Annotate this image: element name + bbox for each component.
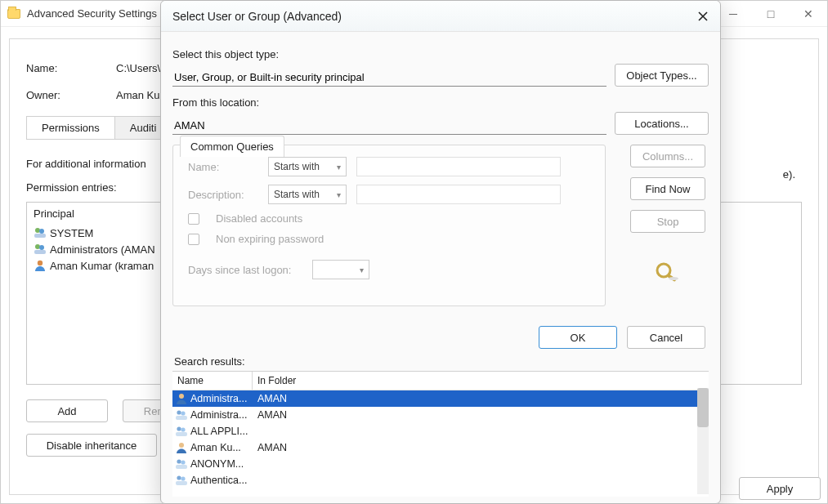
result-name: Aman Ku...: [190, 442, 254, 453]
svg-point-6: [38, 261, 43, 265]
principal-name: Administrators (AMAN: [50, 243, 155, 256]
svg-point-14: [177, 426, 181, 430]
object-type-field[interactable]: [172, 69, 606, 87]
result-name: Administra...: [190, 393, 254, 404]
table-row[interactable]: Administra... AMAN: [172, 407, 709, 423]
svg-rect-16: [176, 432, 187, 436]
svg-rect-23: [176, 481, 187, 485]
table-row[interactable]: Authentica...: [172, 472, 709, 488]
tab-permissions[interactable]: Permissions: [26, 116, 115, 140]
svg-point-10: [179, 394, 184, 399]
search-results-label: Search results:: [174, 355, 707, 368]
parent-title: Advanced Security Settings: [27, 7, 157, 20]
svg-point-21: [177, 475, 181, 479]
svg-point-17: [179, 443, 184, 448]
close-button[interactable]: ✕: [790, 1, 827, 27]
folder-icon: [7, 9, 20, 19]
table-row[interactable]: Administra... AMAN: [172, 390, 709, 407]
users-icon: [34, 226, 50, 239]
columns-button[interactable]: Columns...: [630, 145, 705, 167]
result-name: ANONYM...: [190, 458, 254, 470]
nonexpiring-checkbox[interactable]: [188, 234, 199, 245]
users-icon: [172, 408, 190, 421]
principal-name: SYSTEM: [50, 227, 93, 239]
principal-name: Aman Kumar (kraman: [50, 260, 154, 272]
name-label: Name:: [26, 62, 116, 74]
search-results: Name In Folder Administra... AMAN Admini…: [172, 371, 709, 497]
search-icon: [654, 261, 682, 286]
result-folder: AMAN: [254, 393, 287, 404]
cancel-button[interactable]: Cancel: [627, 326, 705, 349]
results-list[interactable]: Administra... AMAN Administra... AMAN AL…: [172, 390, 709, 497]
col-folder[interactable]: In Folder: [253, 372, 709, 390]
table-row[interactable]: ANONYM...: [172, 456, 709, 472]
desc-match-combo[interactable]: Starts with▾: [268, 185, 347, 204]
result-name: Administra...: [190, 409, 254, 421]
user-icon: [172, 441, 190, 454]
cq-desc-label: Description:: [188, 189, 258, 201]
svg-point-4: [39, 245, 44, 250]
location-label: From this location:: [172, 96, 709, 109]
scrollbar-thumb[interactable]: [697, 388, 709, 427]
svg-point-19: [181, 460, 185, 464]
users-icon: [172, 474, 190, 487]
svg-point-9: [669, 277, 678, 280]
svg-point-3: [35, 244, 40, 249]
user-icon: [172, 392, 190, 405]
users-icon: [34, 243, 50, 256]
location-field[interactable]: [172, 117, 606, 135]
days-logon-label: Days since last logon:: [188, 264, 302, 276]
svg-rect-2: [34, 234, 46, 238]
owner-label: Owner:: [26, 89, 116, 101]
users-icon: [172, 457, 190, 471]
chevron-down-icon: ▾: [337, 190, 341, 199]
add-button[interactable]: Add: [26, 399, 108, 422]
svg-point-22: [181, 476, 185, 480]
ok-button[interactable]: OK: [539, 326, 617, 349]
locations-button[interactable]: Locations...: [615, 112, 709, 135]
svg-point-11: [177, 410, 181, 414]
maximize-button[interactable]: □: [752, 1, 790, 27]
name-value: C:\Users\k: [116, 62, 166, 74]
chevron-down-icon: ▾: [337, 163, 341, 172]
dialog-titlebar: Select User or Group (Advanced): [161, 1, 720, 32]
common-queries-box: Common Queries Name: Starts with▾ Descri…: [172, 145, 606, 306]
col-name[interactable]: Name: [172, 372, 253, 390]
table-row[interactable]: Aman Ku... AMAN: [172, 439, 709, 456]
disabled-accounts-checkbox[interactable]: [188, 213, 199, 225]
object-types-button[interactable]: Object Types...: [615, 64, 709, 87]
cq-name-label: Name:: [188, 161, 258, 173]
find-now-button[interactable]: Find Now: [630, 177, 705, 200]
svg-rect-20: [176, 465, 187, 469]
chevron-down-icon: ▾: [360, 265, 364, 274]
name-match-combo[interactable]: Starts with▾: [268, 157, 347, 176]
svg-point-15: [181, 427, 185, 431]
table-row[interactable]: ALL APPLI...: [172, 423, 709, 439]
dialog-title: Select User or Group (Advanced): [172, 10, 342, 23]
result-folder: AMAN: [254, 409, 287, 421]
scrollbar[interactable]: [697, 388, 709, 494]
apply-button[interactable]: Apply: [739, 477, 821, 500]
name-filter-input[interactable]: [356, 157, 561, 176]
result-name: Authentica...: [190, 475, 254, 486]
select-user-dialog: Select User or Group (Advanced) Select t…: [160, 0, 721, 504]
svg-point-0: [35, 228, 40, 233]
combo-value: Starts with: [274, 161, 320, 172]
disable-inheritance-button[interactable]: Disable inheritance: [26, 434, 157, 457]
tab-common-queries[interactable]: Common Queries: [180, 136, 284, 157]
svg-point-1: [39, 229, 44, 234]
svg-point-18: [177, 459, 181, 463]
object-type-label: Select this object type:: [172, 48, 709, 60]
nonexpiring-label: Non expiring password: [216, 233, 324, 245]
truncated-text: e).: [783, 168, 795, 181]
combo-value: Starts with: [274, 189, 320, 200]
result-folder: AMAN: [254, 442, 287, 453]
stop-button[interactable]: Stop: [630, 210, 705, 233]
svg-rect-13: [176, 416, 187, 420]
result-name: ALL APPLI...: [190, 426, 254, 437]
close-icon[interactable]: [694, 7, 712, 25]
days-logon-combo[interactable]: ▾: [312, 260, 369, 279]
svg-point-12: [181, 411, 185, 415]
user-icon: [34, 259, 50, 272]
desc-filter-input[interactable]: [356, 185, 561, 204]
